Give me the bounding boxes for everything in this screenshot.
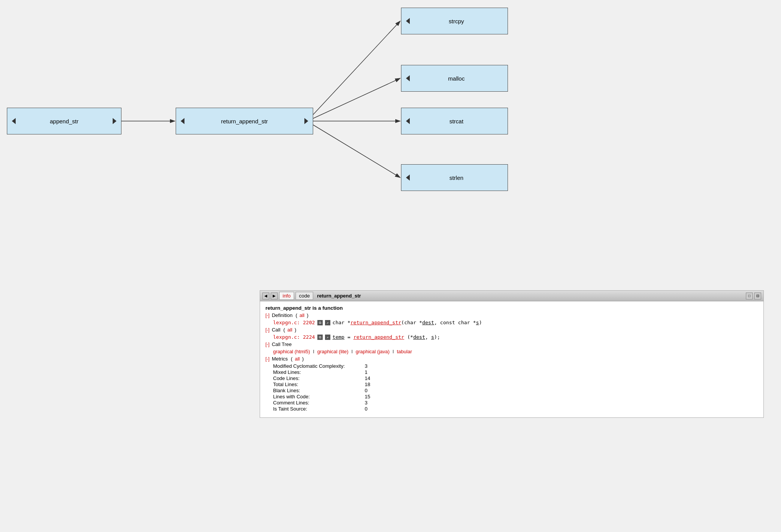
call-code-line: lexpgn.c: 2224 ⧉ ↗ temp = return_append_… [273, 334, 758, 340]
metrics-row: Modified Cyclomatic Complexity:3 [273, 363, 758, 369]
node-strlen[interactable]: strlen [401, 164, 508, 191]
node-append-str[interactable]: append_str [7, 108, 121, 134]
metrics-key: Modified Cyclomatic Complexity: [273, 363, 365, 369]
function-header: return_append_str is a function [265, 305, 758, 311]
definition-row: [-] Definition (all) [265, 312, 758, 318]
node-malloc-label: malloc [410, 75, 503, 82]
maximize-button[interactable]: □ [746, 293, 753, 299]
metrics-key: Mixed Lines: [273, 369, 365, 375]
arrows-svg [0, 0, 781, 290]
call-code-text: temp = return_append_str (*dest, s); [333, 334, 440, 340]
arrow-left-icon-3 [406, 18, 410, 24]
node-strcat-label: strcat [410, 118, 503, 125]
copy-icon-2[interactable]: ⧉ [317, 335, 323, 340]
metrics-value: 0 [365, 388, 367, 393]
info-panel-titlebar: ◀ ▶ info code return_append_str □ ⊟ [260, 291, 763, 301]
calltree-collapse[interactable]: [-] [265, 342, 270, 347]
metrics-row: [-] Metrics (all) [265, 356, 758, 362]
node-strcat[interactable]: strcat [401, 108, 508, 134]
metrics-text: Metrics [272, 356, 288, 362]
node-return-append-str-label: return_append_str [184, 118, 304, 125]
svg-line-3 [313, 78, 400, 118]
metrics-value: 3 [365, 363, 367, 369]
metrics-row: Lines with Code:15 [273, 394, 758, 399]
definition-all-link[interactable]: all [299, 312, 304, 318]
info-panel: ◀ ▶ info code return_append_str □ ⊟ retu… [260, 290, 764, 418]
external-icon-2[interactable]: ↗ [325, 335, 330, 340]
svg-line-2 [313, 21, 400, 115]
call-file-ref[interactable]: lexpgn.c: 2224 [273, 334, 315, 340]
calltree-html5-link[interactable]: graphical (html5) [273, 349, 310, 354]
arrow-right-icon-2 [304, 118, 308, 124]
metrics-row: Comment Lines:3 [273, 400, 758, 406]
node-append-str-label: append_str [16, 118, 113, 125]
metrics-key: Total Lines: [273, 382, 365, 387]
calltree-tabular-link[interactable]: tabular [397, 349, 412, 354]
call-row: [-] Call (all) [265, 327, 758, 333]
tab-code[interactable]: code [296, 292, 313, 300]
external-icon[interactable]: ↗ [325, 320, 330, 325]
calltree-text: Call Tree [272, 341, 292, 347]
arrow-right-icon [113, 118, 116, 124]
def-code-text: char *return_append_str(char *dest, cons… [333, 320, 482, 325]
definition-code-line: lexpgn.c: 2202 ⧉ ↗ char *return_append_s… [273, 320, 758, 325]
metrics-table: Modified Cyclomatic Complexity:3Mixed Li… [273, 363, 758, 412]
calltree-links: graphical (html5) I graphical (lite) I g… [273, 349, 758, 354]
definition-text: Definition [272, 312, 293, 318]
forward-button[interactable]: ▶ [271, 293, 278, 299]
metrics-row: Is Taint Source:0 [273, 406, 758, 412]
metrics-key: Code Lines: [273, 375, 365, 381]
arrow-left-icon [12, 118, 16, 124]
metrics-all-link[interactable]: all [295, 356, 300, 362]
restore-button[interactable]: ⊟ [754, 293, 761, 299]
node-strcpy-label: strcpy [410, 18, 503, 24]
svg-line-5 [313, 125, 400, 178]
arrow-left-icon-6 [406, 175, 410, 181]
metrics-row: Code Lines:14 [273, 375, 758, 381]
metrics-row: Mixed Lines:1 [273, 369, 758, 375]
node-strlen-label: strlen [410, 175, 503, 181]
metrics-value: 14 [365, 375, 370, 381]
graph-canvas: append_str return_append_str strcpy mall… [0, 0, 781, 290]
metrics-value: 18 [365, 382, 370, 387]
copy-icon[interactable]: ⧉ [317, 320, 323, 325]
node-strcpy[interactable]: strcpy [401, 8, 508, 34]
metrics-row: Total Lines:18 [273, 382, 758, 387]
call-text: Call [272, 327, 280, 333]
metrics-key: Is Taint Source: [273, 406, 365, 412]
metrics-key: Comment Lines: [273, 400, 365, 406]
arrow-left-icon-4 [406, 75, 410, 81]
panel-title: return_append_str [317, 293, 361, 299]
metrics-collapse[interactable]: [-] [265, 356, 270, 362]
arrow-left-icon-2 [181, 118, 184, 124]
def-file-ref[interactable]: lexpgn.c: 2202 [273, 320, 315, 325]
calltree-lite-link[interactable]: graphical (lite) [317, 349, 349, 354]
call-collapse[interactable]: [-] [265, 327, 270, 333]
metrics-value: 0 [365, 406, 367, 412]
info-panel-body: return_append_str is a function [-] Defi… [260, 301, 763, 417]
node-malloc[interactable]: malloc [401, 65, 508, 92]
metrics-value: 1 [365, 369, 367, 375]
arrow-left-icon-5 [406, 118, 410, 124]
metrics-value: 15 [365, 394, 370, 399]
metrics-key: Lines with Code: [273, 394, 365, 399]
node-return-append-str[interactable]: return_append_str [176, 108, 313, 134]
back-button[interactable]: ◀ [262, 293, 269, 299]
calltree-java-link[interactable]: graphical (java) [356, 349, 390, 354]
metrics-row: Blank Lines:0 [273, 388, 758, 393]
tab-info[interactable]: info [279, 292, 294, 300]
metrics-value: 3 [365, 400, 367, 406]
metrics-key: Blank Lines: [273, 388, 365, 393]
calltree-row: [-] Call Tree [265, 341, 758, 347]
definition-collapse[interactable]: [-] [265, 313, 270, 318]
call-all-link[interactable]: all [287, 327, 292, 333]
